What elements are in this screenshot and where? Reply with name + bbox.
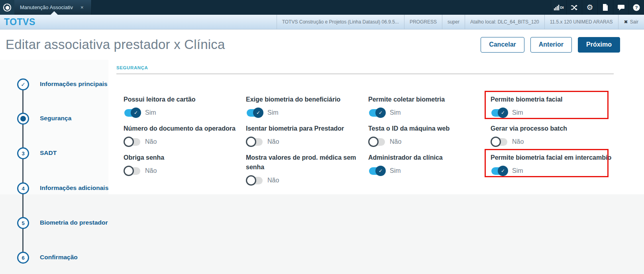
toggle-cell: Permite biometria facial em intercambio✓… <box>491 153 613 192</box>
env-info-item: super <box>442 15 465 29</box>
environment-bar: TOTVS TOTVS Construção e Projetos (Linha… <box>0 15 644 29</box>
toggle-cell: Administrador da clínica✓Sim <box>368 153 491 192</box>
toggle-knob <box>124 137 134 147</box>
toggle-label: Número do documento da operadora <box>124 124 238 133</box>
toggle-cell: Permite coletar biometria✓Sim <box>368 95 491 124</box>
next-button[interactable]: Próximo <box>578 37 620 53</box>
step-label[interactable]: SADT <box>40 149 57 157</box>
totvs-logo-icon[interactable] <box>0 0 14 15</box>
toggle-knob: ✓ <box>253 108 263 118</box>
stepper-step-2[interactable]: Segurança <box>0 113 108 125</box>
env-info-item: PROGRESS <box>404 15 442 29</box>
toggle-switch[interactable]: ✓ <box>124 107 141 118</box>
stepper-step-4[interactable]: 4Informações adicionais <box>0 182 108 194</box>
toggle-knob: ✓ <box>131 108 141 118</box>
stepper-step-5[interactable]: 5Biometria do prestador <box>0 217 108 229</box>
tab-close-icon[interactable]: × <box>80 4 84 10</box>
toggle-cell: Número do documento da operadoraNão <box>124 124 246 153</box>
svg-text:?: ? <box>635 5 638 10</box>
active-step-dot <box>20 116 26 121</box>
toggle-state-label: Sim <box>390 109 401 116</box>
toggle-cell: Permite biometria facial✓Sim <box>491 95 613 124</box>
step-circle: 3 <box>17 147 29 159</box>
document-icon[interactable] <box>597 0 613 15</box>
toggle-label: Administrador da clínica <box>368 153 483 162</box>
toggle-state-label: Não <box>267 138 279 145</box>
toggle-knob: ✓ <box>375 108 386 118</box>
di-label: DI <box>560 6 564 10</box>
toggle-cell: Isentar biometria para PrestadorNão <box>246 124 368 153</box>
toggle-state-label: Sim <box>267 109 279 116</box>
toggle-row: Não <box>124 136 238 147</box>
env-info-item: Atalho local: DLC_64_BITS_120 <box>465 15 544 29</box>
stepper-step-1[interactable]: ✓Informações principais <box>0 78 108 90</box>
stepper-step-3[interactable]: 3SADT <box>0 147 108 159</box>
toggle-label: Isentar biometria para Prestador <box>246 124 360 133</box>
step-circle: 4 <box>17 182 29 194</box>
toggle-row: ✓Sim <box>491 107 605 118</box>
totvs-brand: TOTVS <box>4 17 35 27</box>
check-icon: ✓ <box>21 81 26 88</box>
stepper-step-6[interactable]: 6Confirmação <box>0 252 108 264</box>
step-circle: 6 <box>17 252 29 264</box>
toggle-label: Permite biometria facial em intercambio <box>491 153 605 162</box>
previous-button[interactable]: Anterior <box>530 37 572 53</box>
toggle-cell: Exige biometria do beneficiário✓Sim <box>246 95 368 124</box>
toggle-cell: Possui leitora de cartão✓Sim <box>124 95 246 124</box>
toggle-switch[interactable]: ✓ <box>368 165 386 176</box>
tab-title: Manutenção Associativ <box>20 4 76 10</box>
analytics-di-icon[interactable]: DI <box>551 0 566 15</box>
action-buttons: Cancelar Anterior Próximo <box>481 29 620 60</box>
toggle-row: Não <box>124 165 238 176</box>
toggle-label: Testa o ID da máquina web <box>368 124 483 133</box>
toggle-knob: ✓ <box>498 166 508 176</box>
logout-button[interactable]: ✖Sair <box>618 15 644 29</box>
toggle-state-label: Não <box>145 167 157 174</box>
close-x-icon: ✖ <box>624 19 628 25</box>
step-label[interactable]: Informações principais <box>40 80 108 88</box>
security-grid: Possui leitora de cartão✓SimExige biomet… <box>124 95 613 192</box>
chat-icon[interactable] <box>613 0 628 15</box>
toggle-state-label: Sim <box>512 109 523 116</box>
toggle-knob <box>246 137 256 147</box>
toggle-row: Não <box>246 175 360 186</box>
step-label[interactable]: Confirmação <box>40 254 78 261</box>
toggle-state-label: Sim <box>512 167 523 174</box>
toggle-label: Exige biometria do beneficiário <box>246 95 360 104</box>
toggle-state-label: Sim <box>145 109 156 116</box>
toggle-switch[interactable] <box>368 136 386 147</box>
toggle-row: Não <box>368 136 483 147</box>
tab-manutencao-associativa[interactable]: Manutenção Associativ × <box>14 0 92 15</box>
toggle-knob <box>491 137 501 147</box>
toggle-knob: ✓ <box>498 108 508 118</box>
toggle-knob <box>246 175 256 186</box>
toggle-switch[interactable]: ✓ <box>368 107 386 118</box>
toggle-switch[interactable] <box>246 175 263 186</box>
toggle-switch[interactable]: ✓ <box>246 107 263 118</box>
step-label[interactable]: Informações adicionais <box>40 184 108 192</box>
env-info-item: 11.5.x 120 UNIMED ARARAS <box>544 15 618 29</box>
toggle-row: Não <box>491 136 605 147</box>
toggle-switch[interactable] <box>246 136 263 147</box>
cancel-button[interactable]: Cancelar <box>481 37 524 53</box>
toggle-switch[interactable] <box>124 165 141 176</box>
toggle-row: ✓Sim <box>491 165 605 176</box>
toggle-state-label: Não <box>390 138 401 145</box>
toggle-knob: ✓ <box>375 166 386 176</box>
toggle-switch[interactable] <box>491 136 508 147</box>
gear-icon[interactable]: ⚙ <box>582 0 597 15</box>
toggle-cell: Testa o ID da máquina webNão <box>368 124 491 153</box>
step-label[interactable]: Segurança <box>40 115 71 122</box>
toggle-label: Permite biometria facial <box>491 95 605 104</box>
shuffle-icon[interactable] <box>566 0 582 15</box>
help-icon[interactable]: ? <box>628 0 644 15</box>
toggle-row: Não <box>246 136 360 147</box>
toggle-row: ✓Sim <box>368 165 483 176</box>
toggle-state-label: Sim <box>390 167 401 174</box>
toggle-switch[interactable]: ✓ <box>491 107 508 118</box>
toggle-switch[interactable] <box>124 136 141 147</box>
toggle-switch[interactable]: ✓ <box>491 165 508 176</box>
toggle-label: Mostra valores de prod. médica sem senha <box>246 153 360 172</box>
toggle-state-label: Não <box>145 138 157 145</box>
step-label[interactable]: Biometria do prestador <box>40 219 108 226</box>
